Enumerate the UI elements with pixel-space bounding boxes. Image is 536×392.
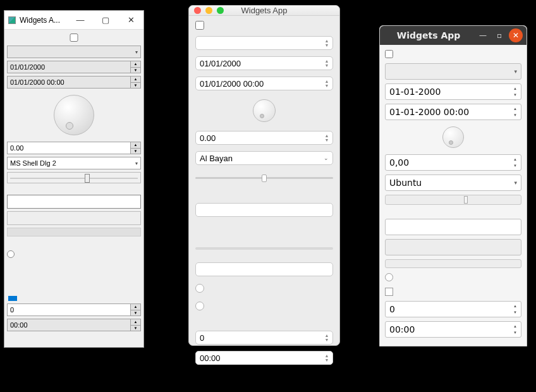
dial[interactable] bbox=[54, 95, 94, 135]
restore-button[interactable]: ▫ bbox=[492, 28, 506, 42]
spin-buttons[interactable]: ▴▾ bbox=[511, 156, 520, 169]
double-spinbox[interactable]: 0.00▲▼ bbox=[7, 142, 141, 154]
minimize-button[interactable]: — bbox=[476, 28, 490, 42]
int-spinbox[interactable]: 0▴▾ bbox=[385, 301, 521, 317]
datetime-value: 01/01/2000 00:00 bbox=[200, 79, 264, 89]
date-value: 01/01/2000 bbox=[200, 59, 241, 68]
datetime-value: 01-01-2000 00:00 bbox=[389, 107, 469, 117]
window-windows: Widgets A... — ▢ ✕ ▾ 01/01/2000▲▼ 01/01/… bbox=[4, 10, 144, 348]
close-button[interactable]: ✕ bbox=[118, 11, 143, 30]
line-edit[interactable] bbox=[7, 195, 141, 209]
date-edit[interactable]: 01/01/2000▲▼ bbox=[7, 61, 141, 73]
app-icon bbox=[8, 16, 16, 24]
time-value: 00:00 bbox=[200, 353, 221, 363]
font-combobox[interactable]: MS Shell Dlg 2▾ bbox=[7, 157, 141, 169]
combobox[interactable]: ▾ bbox=[7, 46, 141, 58]
minimize-button[interactable]: — bbox=[68, 11, 93, 30]
close-button[interactable]: ✕ bbox=[509, 28, 523, 42]
line-edit[interactable] bbox=[385, 219, 521, 235]
int-spinbox[interactable]: 0▲▼ bbox=[7, 303, 141, 316]
titlebar-ubuntu[interactable]: Widgets App — ▫ ✕ bbox=[380, 26, 527, 45]
line-edit-readonly bbox=[195, 223, 333, 235]
chevron-down-icon: ▾ bbox=[135, 49, 138, 55]
chevron-down-icon: ⌄ bbox=[324, 155, 329, 161]
spin-buttons[interactable]: ▴▾ bbox=[511, 85, 520, 98]
line-edit-2[interactable] bbox=[195, 262, 333, 276]
time-value: 00:00 bbox=[389, 324, 415, 334]
line-edit-readonly bbox=[7, 211, 141, 225]
checkbox-2[interactable] bbox=[385, 288, 393, 296]
titlebar-mac[interactable]: Widgets App bbox=[189, 6, 339, 16]
spin-buttons[interactable]: ▴▾ bbox=[511, 303, 520, 315]
font-combobox[interactable]: Ubuntu▾ bbox=[385, 175, 521, 191]
spin-buttons[interactable]: ▲▼ bbox=[130, 319, 140, 331]
double-value: 0.00 bbox=[200, 133, 216, 143]
slider-thumb[interactable] bbox=[8, 296, 17, 301]
spin-buttons[interactable]: ▲▼ bbox=[323, 333, 331, 343]
font-value: Ubuntu bbox=[389, 178, 422, 188]
checkbox[interactable] bbox=[195, 21, 204, 30]
font-combobox[interactable]: Al Bayan⌄ bbox=[195, 151, 333, 165]
minimize-button[interactable] bbox=[205, 7, 212, 14]
window-ubuntu: Widgets App — ▫ ✕ ▾ 01-01-2000▴▾ 01-01-2… bbox=[379, 25, 527, 346]
date-edit[interactable]: 01/01/2000▲▼ bbox=[195, 56, 333, 70]
double-spinbox[interactable]: 0.00▲▼ bbox=[195, 131, 333, 145]
radio-button-2[interactable] bbox=[195, 302, 204, 310]
font-value: Al Bayan bbox=[200, 154, 233, 163]
titlebar-windows[interactable]: Widgets A... — ▢ ✕ bbox=[4, 11, 143, 30]
date-edit[interactable]: 01-01-2000▴▾ bbox=[385, 83, 521, 100]
date-value: 01-01-2000 bbox=[389, 87, 441, 97]
window-title: Widgets A... bbox=[20, 16, 68, 25]
window-title: Widgets App bbox=[384, 30, 473, 40]
int-spinbox[interactable]: 0▲▼ bbox=[195, 331, 333, 345]
dial[interactable] bbox=[253, 99, 276, 122]
zoom-button[interactable] bbox=[217, 7, 224, 14]
int-value: 0 bbox=[389, 304, 395, 314]
spin-buttons[interactable]: ▲▼ bbox=[130, 304, 140, 315]
checkbox[interactable] bbox=[385, 50, 393, 58]
slider-thumb[interactable] bbox=[85, 174, 90, 183]
slider-thumb[interactable] bbox=[464, 196, 468, 204]
radio-button[interactable] bbox=[7, 250, 15, 258]
date-value: 01/01/2000 bbox=[10, 63, 45, 71]
spin-buttons[interactable]: ▲▼ bbox=[323, 78, 331, 89]
time-edit[interactable]: 00:00▴▾ bbox=[385, 321, 521, 338]
spin-buttons[interactable]: ▲▼ bbox=[323, 58, 331, 68]
double-spinbox[interactable]: 0,00▴▾ bbox=[385, 154, 521, 171]
spin-buttons[interactable]: ▲▼ bbox=[130, 142, 140, 154]
lcd-frame bbox=[7, 172, 141, 183]
slider-thumb[interactable] bbox=[262, 175, 267, 182]
dial[interactable] bbox=[442, 126, 464, 148]
time-edit[interactable]: 00:00▲▼ bbox=[7, 319, 141, 331]
chevron-down-icon: ▾ bbox=[514, 68, 517, 75]
chevron-down-icon: ▾ bbox=[514, 180, 517, 186]
datetime-edit[interactable]: 01/01/2000 00:00▲▼ bbox=[7, 76, 141, 89]
close-button[interactable] bbox=[194, 7, 201, 14]
radio-button[interactable] bbox=[195, 284, 204, 293]
datetime-edit[interactable]: 01-01-2000 00:00▴▾ bbox=[385, 104, 521, 120]
line-edit[interactable] bbox=[195, 203, 333, 217]
combobox[interactable]: ▲▼ bbox=[195, 36, 333, 50]
vertical-slider[interactable] bbox=[8, 263, 20, 301]
checkbox[interactable] bbox=[8, 34, 140, 42]
spin-buttons[interactable]: ▲▼ bbox=[323, 353, 331, 363]
maximize-button[interactable]: ▢ bbox=[93, 11, 118, 30]
combobox[interactable]: ▾ bbox=[385, 63, 521, 80]
line-edit-readonly bbox=[385, 239, 521, 255]
chevron-down-icon: ▾ bbox=[135, 161, 138, 166]
spin-buttons[interactable]: ▲▼ bbox=[130, 77, 140, 88]
slider[interactable] bbox=[195, 171, 333, 184]
double-value: 0.00 bbox=[10, 144, 23, 152]
spin-buttons[interactable]: ▲▼ bbox=[130, 61, 140, 73]
spin-buttons[interactable]: ▴▾ bbox=[511, 323, 520, 336]
spin-buttons[interactable]: ▴▾ bbox=[511, 106, 520, 118]
double-value: 0,00 bbox=[389, 157, 409, 168]
datetime-value: 01/01/2000 00:00 bbox=[10, 78, 64, 86]
progress-bar bbox=[195, 247, 333, 250]
slider[interactable] bbox=[385, 195, 521, 205]
spin-buttons[interactable]: ▲▼ bbox=[323, 133, 331, 143]
time-edit[interactable]: 00:00▲▼ bbox=[195, 351, 333, 365]
int-value: 0 bbox=[10, 306, 14, 314]
datetime-edit[interactable]: 01/01/2000 00:00▲▼ bbox=[195, 77, 333, 90]
radio-button[interactable] bbox=[385, 273, 393, 281]
